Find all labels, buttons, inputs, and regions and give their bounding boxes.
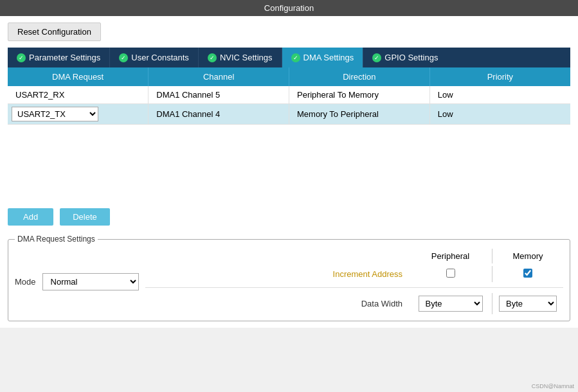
memory-header: Memory: [492, 249, 563, 263]
row2-request[interactable]: USART2_TX USART2_RX: [8, 104, 149, 125]
memory-checkbox-cell: [492, 266, 563, 282]
increment-address-label: Increment Address: [333, 269, 402, 279]
data-width-label: Data Width: [361, 299, 402, 308]
row1-direction: Peripheral To Memory: [289, 86, 430, 104]
peripheral-header: Peripheral: [409, 249, 492, 263]
table-row: USART2_TX USART2_RX DMA1 Channel 4 Memor…: [8, 104, 570, 125]
middle-section: Peripheral Memory Increment Address: [145, 249, 563, 314]
row2-channel: DMA1 Channel 4: [149, 104, 289, 125]
mode-section: Mode Normal Circular: [15, 249, 145, 314]
title-text: Configuration: [264, 3, 314, 13]
tab-check-icon: ✓: [17, 53, 26, 62]
memory-data-width-cell: Byte Half Word Word: [492, 293, 563, 314]
tab-nvic-label: NVIC Settings: [220, 53, 273, 62]
peripheral-data-width-cell: Byte Half Word Word: [409, 293, 492, 314]
watermark: CSDN@Namnat: [532, 383, 574, 389]
table-row: USART2_RX DMA1 Channel 5 Peripheral To M…: [8, 86, 570, 104]
peripheral-checkbox-cell: [409, 266, 492, 282]
tab-check-icon2: ✓: [119, 53, 128, 62]
memory-increment-checkbox[interactable]: [523, 269, 532, 278]
tab-check-icon4: ✓: [291, 53, 300, 62]
tab-gpio[interactable]: ✓ GPIO Settings: [363, 48, 447, 67]
tab-dma-label: DMA Settings: [303, 53, 354, 62]
tab-user-constants-label: User Constants: [131, 53, 189, 62]
dma-table: DMA Request Channel Direction Priority U…: [8, 67, 570, 125]
row2-priority: Low: [429, 104, 570, 125]
tab-parameter-label: Parameter Settings: [29, 53, 100, 62]
tab-parameter[interactable]: ✓ Parameter Settings: [8, 48, 110, 67]
action-buttons: Add Delete: [8, 208, 570, 226]
tab-check-icon5: ✓: [372, 53, 381, 62]
col-header-priority: Priority: [429, 67, 570, 86]
peripheral-data-width-select[interactable]: Byte Half Word Word: [419, 296, 483, 312]
delete-button[interactable]: Delete: [60, 208, 110, 226]
tab-check-icon3: ✓: [208, 53, 217, 62]
add-button[interactable]: Add: [8, 208, 53, 226]
title-bar: Configuration: [0, 0, 578, 16]
peripheral-increment-checkbox[interactable]: [446, 269, 455, 278]
tabs-bar: ✓ Parameter Settings ✓ User Constants ✓ …: [8, 48, 570, 67]
col-header-channel: Channel: [149, 67, 289, 86]
row1-request: USART2_RX: [8, 86, 149, 104]
reset-config-button[interactable]: Reset Configuration: [8, 22, 101, 41]
memory-data-width-select[interactable]: Byte Half Word Word: [499, 296, 557, 312]
settings-legend: DMA Request Settings: [15, 235, 98, 244]
row1-channel: DMA1 Channel 5: [149, 86, 289, 104]
dma-request-settings: DMA Request Settings Mode Normal Circula…: [8, 235, 570, 321]
mode-label: Mode: [15, 277, 36, 287]
tab-user-constants[interactable]: ✓ User Constants: [110, 48, 199, 67]
tab-gpio-label: GPIO Settings: [384, 53, 438, 62]
request-select[interactable]: USART2_TX USART2_RX: [12, 107, 98, 121]
tab-dma[interactable]: ✓ DMA Settings: [282, 48, 364, 67]
col-header-request: DMA Request: [8, 67, 149, 86]
col-header-direction: Direction: [289, 67, 430, 86]
row2-direction: Memory To Peripheral: [289, 104, 430, 125]
mode-select[interactable]: Normal Circular: [42, 273, 139, 290]
main-content: Reset Configuration ✓ Parameter Settings…: [0, 16, 578, 328]
row1-priority: Low: [429, 86, 570, 104]
tab-nvic[interactable]: ✓ NVIC Settings: [199, 48, 282, 67]
